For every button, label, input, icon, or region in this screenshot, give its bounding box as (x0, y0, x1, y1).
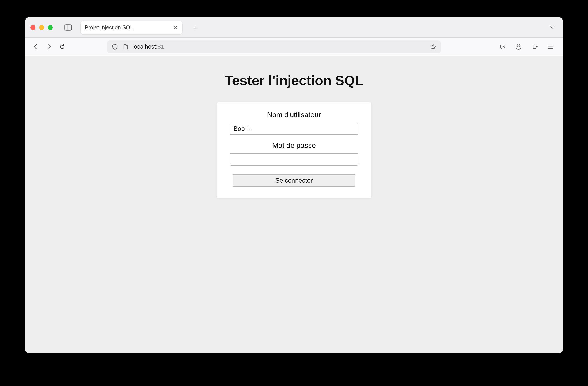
pocket-button[interactable] (498, 42, 507, 51)
sidebar-icon (64, 24, 72, 31)
password-label: Mot de passe (272, 141, 316, 150)
minimize-window-button[interactable] (39, 25, 44, 30)
reload-button[interactable] (58, 42, 67, 51)
arrow-right-icon (46, 43, 52, 50)
shield-icon[interactable] (112, 43, 118, 50)
tab-bar: Projet Injection SQL ✕ ＋ (25, 17, 563, 38)
login-card: Nom d'utilisateur Mot de passe Se connec… (217, 102, 371, 198)
browser-window: Projet Injection SQL ✕ ＋ (25, 17, 563, 353)
chevron-down-icon (549, 26, 555, 29)
sidebar-toggle-button[interactable] (63, 23, 73, 32)
menu-button[interactable] (546, 42, 555, 51)
star-icon (430, 43, 436, 50)
username-label: Nom d'utilisateur (267, 110, 321, 119)
address-host: localhost (133, 43, 156, 50)
new-tab-button[interactable]: ＋ (191, 24, 199, 31)
close-tab-button[interactable]: ✕ (173, 24, 178, 30)
tabs-overflow-button[interactable] (547, 23, 557, 32)
hamburger-icon (547, 44, 553, 49)
tab-title: Projet Injection SQL (85, 24, 133, 31)
address-port: :81 (156, 43, 164, 50)
reload-icon (59, 43, 65, 50)
page-content: Tester l'injection SQL Nom d'utilisateur… (25, 56, 563, 353)
window-controls (30, 25, 53, 30)
maximize-window-button[interactable] (48, 25, 53, 30)
puzzle-icon (531, 43, 538, 50)
browser-tab[interactable]: Projet Injection SQL ✕ (80, 21, 183, 34)
address-bar[interactable]: localhost:81 (107, 41, 441, 53)
password-input[interactable] (230, 153, 358, 166)
forward-button[interactable] (44, 42, 54, 51)
account-button[interactable] (514, 42, 523, 51)
nav-right (498, 42, 555, 51)
nav-bar: localhost:81 (25, 38, 563, 56)
address-text: localhost:81 (133, 43, 164, 50)
arrow-left-icon (33, 43, 39, 50)
page-title: Tester l'injection SQL (225, 73, 363, 88)
bookmark-button[interactable] (430, 43, 436, 50)
close-window-button[interactable] (30, 25, 35, 30)
svg-rect-0 (65, 24, 71, 30)
extensions-button[interactable] (530, 42, 539, 51)
page-info-icon[interactable] (122, 43, 128, 50)
pocket-icon (500, 43, 506, 50)
submit-button[interactable]: Se connecter (233, 174, 355, 187)
back-button[interactable] (31, 42, 41, 51)
svg-point-3 (518, 45, 519, 47)
account-icon (515, 43, 522, 50)
username-input[interactable] (230, 123, 358, 135)
